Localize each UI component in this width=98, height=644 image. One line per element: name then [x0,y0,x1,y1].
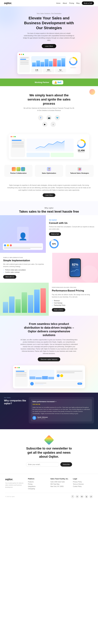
footer-col-platform: Platform Features Pricing Integrations C… [28,478,48,490]
perf-content: Performance-Based Pricing Performance-Ba… [49,283,98,316]
footer-twitter-icon[interactable]: tw [80,495,84,498]
logo: oqitor. [4,2,12,5]
simple-impl-content: Simple Implementation Simple Implementat… [0,253,52,283]
review-text: Oqitor has been an incredible business f… [32,406,90,415]
clients-right: Sales performance increased — ★★★★★ Oqit… [29,397,94,424]
feature-title-0: Partner Collaboration [6,172,31,174]
feature-card-1: ⏳ Sales Optimization [35,165,63,177]
social-icons-row: f 📷 🐦 [6,115,92,120]
perf-tag: Performance-Based Pricing [52,287,95,288]
comp-mockup: View [13,365,85,388]
consult-desc: Perform the initial free consultation. C… [49,226,95,230]
facebook-icon[interactable]: f [38,115,43,120]
get-started-image: 👤 [0,215,46,253]
phone-mockup-area: 82% Performance [52,253,98,283]
percent-label: 82% [52,242,56,245]
footer-logo: oqitor. [5,478,25,481]
feature-card-0: Partner Collaboration [4,165,33,177]
phone-device: 82% Performance [69,258,81,277]
footer-youtube-icon[interactable]: yt [89,495,93,498]
simple-title: Simple Implementation [3,259,49,262]
clients-tag: Our Clients [4,397,26,398]
youtube-icon[interactable]: ▶ [42,122,47,127]
footer-facebook-icon[interactable]: f [71,495,74,498]
perf-bars-area [0,283,49,316]
review-stars: ★★★★★ [32,403,90,405]
footer-link-integrations[interactable]: Integrations [28,486,48,487]
footer-addr-2: New York, NY 10001 [51,486,70,487]
hero-mockup: 2.4k Clients 98% Satisfaction 5yr Experi… [17,52,81,74]
partner-collab-icon [6,167,31,171]
check-icon-cost: ✓ [52,302,53,304]
nav-pricing[interactable]: Pricing [69,2,74,4]
footer-link-features[interactable]: Features [28,481,48,483]
performance-section: Performance-Based Pricing Performance-Ba… [0,283,98,316]
check-2: ✓ Confirm sales contract [3,272,49,273]
tiktok-icon[interactable]: ♪ [51,122,56,127]
consult-title: Consult with Us [49,222,95,224]
how-title: We simply learn about the services and i… [25,93,73,106]
stat-experience-label: Experience [56,71,65,72]
footer-link-changelog[interactable]: Changelog [28,488,48,490]
check-icon-partner: ✓ [52,304,53,306]
footer-col-title-0: Platform [28,478,48,480]
perf-title: Performance-Based Pricing [52,289,95,292]
footer: oqitor. Your trusted partner for telecom… [0,474,98,501]
footer-link-terms[interactable]: Terms of Service [73,483,93,485]
check-icon-1: ✓ [3,269,4,271]
simple-desc: We craft a tailored game plan to boost y… [3,263,49,268]
footer-social-icons: f in tw ig yt [71,495,93,498]
dashboard-section: 12,456 Total Revenue [0,131,98,163]
book-call-consult-button[interactable]: Book a Call [49,232,61,236]
clients-section: Our Clients Why companies like oqitor? S… [0,393,98,430]
footer-addr-1: 555 Total Way [51,483,70,485]
newsletter-section: Subscribe to our newsletter to get all t… [0,429,98,474]
main-nav: Home About Pricing Blog Book a Call [56,2,94,5]
stat-satisfaction-label: Satisfaction [44,71,53,72]
subscribe-button[interactable]: Subscribe [60,462,72,466]
stat-satisfaction: 98% [44,69,53,71]
footer-link-pricing[interactable]: Pricing [28,483,48,485]
footer-link-privacy[interactable]: Privacy Policy [73,481,93,483]
footer-col-legal: Legal Privacy Policy Terms of Service Co… [73,478,93,490]
footer-link-cookies[interactable]: Cookie Policy [73,486,93,487]
learn-more-button[interactable]: Learn More [43,193,55,197]
email-input[interactable] [26,462,59,466]
footer-linkedin-icon[interactable]: in [76,495,79,498]
consult-content: Get started Consult with Us Perform the … [46,215,98,253]
clients-title: Why companies like oqitor? [4,399,26,405]
footer-col-title-2: Legal [73,478,93,480]
footer-brand: oqitor. Your trusted partner for telecom… [5,478,25,490]
check-icon-2: ✓ [3,272,4,273]
footer-instagram-icon[interactable]: ig [85,495,88,498]
footer-tagline: Your trusted partner for telecom sales s… [5,482,25,488]
sales-opt-icon: ⏳ [36,167,62,171]
instagram-icon[interactable]: 📷 [46,115,52,120]
footer-bottom: © 2025 by oqitor. f in tw ig yt [5,493,93,498]
phone-percent: 82% [72,263,78,266]
work-with-us-button[interactable]: Work with Us [3,275,16,279]
review-title: Sales performance increased — [32,401,90,402]
dashboard-mockup: 12,456 Total Revenue [9,134,89,159]
nav-home[interactable]: Home [56,2,60,4]
why-title: Takes sales to the next level hassle fre… [6,210,92,214]
footer-col-title-1: Sales Team Facility, Inc. [51,478,70,480]
book-call-button[interactable]: Book a Call [82,2,94,5]
newsletter-form: Subscribe [26,462,72,466]
partner-text: Working Partner [35,81,49,84]
why-tag: Why oqitor [6,207,92,209]
comp-title: From seamless telco product distribution… [22,322,76,337]
hero-tag: Telco Sales Solutions, One Destination [6,13,92,14]
discover-features-button[interactable]: Discover oqitor features [38,357,60,361]
hero-cta-button[interactable]: Learn More [42,44,56,48]
reviewer-role: CEO, TechCorp [37,418,48,419]
check-1: ✓ Perform initial sales consultation [3,269,49,271]
book-demo-button[interactable]: Book a Demo [52,308,65,312]
nav-blog[interactable]: Blog [76,2,80,4]
comprehensive-section: From seamless telco product distribution… [0,316,98,393]
twitter-icon[interactable]: 🐦 [55,115,60,120]
simple-checks: ✓ Perform initial sales consultation ✓ C… [3,269,49,273]
stat-experience: 5yr [56,69,65,71]
reviewer-name: Sarah Johnson [37,416,48,418]
nav-about[interactable]: About [63,2,67,4]
